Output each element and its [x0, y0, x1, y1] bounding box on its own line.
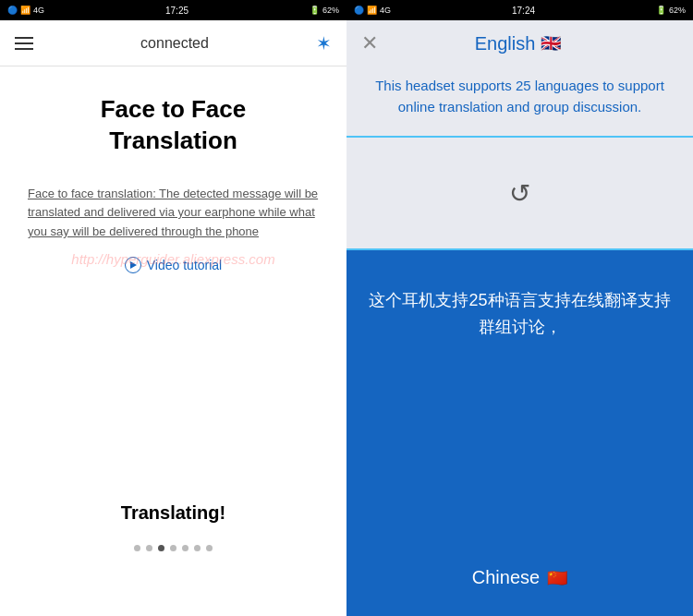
video-tutorial-label: Video tutorial: [147, 258, 222, 272]
main-description: Face to face translation: The detected m…: [28, 185, 319, 242]
dot-4: [170, 545, 176, 551]
battery-pct: 62%: [322, 6, 339, 15]
left-toolbar: connected ✶: [0, 20, 346, 66]
chinese-translation-text: 这个耳机支持25种语言支持在线翻译支持群组讨论，: [365, 287, 675, 341]
right-wifi-icon: 📶: [367, 6, 377, 15]
hamburger-line2: [15, 42, 33, 44]
left-status-icons: 🔵 📶 4G: [7, 6, 44, 15]
menu-button[interactable]: [15, 37, 33, 50]
chinese-label: Chinese: [472, 567, 540, 588]
bt-icon: 🔵: [7, 6, 18, 15]
dot-6: [194, 545, 201, 551]
right-header: ✕ English 🇬🇧: [346, 20, 693, 66]
dot-7: [206, 545, 213, 551]
dot-1: [134, 545, 140, 551]
english-flag: 🇬🇧: [541, 33, 561, 54]
right-signal: 4G: [380, 6, 391, 15]
bluetooth-icon[interactable]: ✶: [316, 32, 332, 54]
battery-icon: 🔋: [310, 6, 320, 15]
refresh-button[interactable]: ↺: [509, 178, 530, 209]
status-bar-left: 🔵 📶 4G 17:25 🔋 62%: [0, 0, 346, 20]
dot-3: [158, 545, 164, 551]
right-status-icons: 🔵 📶 4G: [354, 6, 391, 15]
close-button[interactable]: ✕: [361, 31, 378, 55]
hamburger-line3: [15, 48, 33, 50]
play-circle-icon: [125, 257, 141, 273]
right-time: 17:24: [512, 6, 535, 16]
left-right-icons: 🔋 62%: [310, 6, 339, 15]
video-tutorial-link[interactable]: Video tutorial: [125, 257, 222, 273]
left-time: 17:25: [165, 6, 188, 16]
chinese-section: 这个耳机支持25种语言支持在线翻译支持群组讨论， Chinese 🇨🇳: [346, 250, 693, 616]
right-battery-icon: 🔋: [656, 6, 666, 15]
english-label-text: English: [475, 33, 536, 54]
signal-icon: 4G: [33, 6, 44, 15]
chinese-language-label[interactable]: Chinese 🇨🇳: [365, 567, 675, 588]
chinese-flag: 🇨🇳: [547, 568, 567, 588]
right-middle-section: ↺: [346, 138, 693, 248]
translating-label: Translating!: [0, 502, 346, 524]
play-triangle-icon: [130, 261, 137, 269]
right-top-description: This headset supports 25 languages to su…: [346, 66, 693, 136]
left-panel: 🔵 📶 4G 17:25 🔋 62% connected ✶ Face to F…: [0, 0, 346, 616]
main-title: Face to Face Translation: [101, 94, 247, 157]
status-bar-right: 🔵 📶 4G 17:24 🔋 62%: [346, 0, 693, 20]
toolbar-title: connected: [140, 35, 209, 52]
right-panel: 🔵 📶 4G 17:24 🔋 62% ✕ English 🇬🇧 This hea…: [346, 0, 693, 616]
page-dots: [0, 545, 346, 551]
right-battery-pct: 62%: [669, 6, 686, 15]
left-content: Face to Face Translation Face to face tr…: [0, 66, 346, 616]
language-selector[interactable]: English 🇬🇧: [475, 33, 562, 54]
dot-2: [146, 545, 152, 551]
hamburger-line1: [15, 37, 33, 39]
right-top-section: ✕ English 🇬🇧 This headset supports 25 la…: [346, 20, 693, 136]
right-bt-icon: 🔵: [354, 6, 364, 15]
right-battery-icons: 🔋 62%: [656, 6, 686, 15]
wifi-icon: 📶: [20, 6, 30, 15]
dot-5: [182, 545, 188, 551]
